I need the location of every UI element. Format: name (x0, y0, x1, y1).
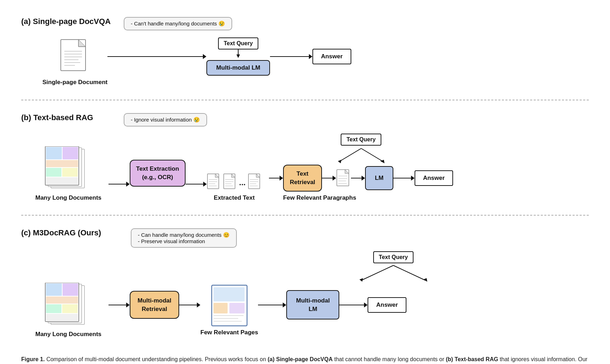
a-down-arrow (236, 49, 241, 58)
svg-rect-15 (46, 147, 62, 159)
a-text-query: Text Query (218, 37, 258, 49)
a-arrow1 (107, 54, 206, 59)
svg-line-51 (393, 265, 425, 280)
section-a: (a) Single-page DocVQA - Can't handle ma… (21, 11, 589, 93)
single-page-label: Single-page Document (42, 79, 107, 86)
b-arrow6 (393, 176, 415, 181)
a-arrow2 (270, 54, 312, 59)
b-arrow5 (351, 176, 365, 181)
section-a-label: (a) Single-page DocVQA (21, 14, 113, 26)
b-extractor-label: Text Extraction(e.g., OCR) (136, 165, 179, 181)
b-retrieval-group: Text Query (269, 134, 453, 201)
c-query-above: Text Query (198, 251, 589, 283)
svg-rect-64 (213, 303, 228, 313)
c-retrieval: Multi-modalRetrieval (130, 291, 179, 319)
b-stack-svg (44, 146, 93, 192)
b-arrow4 (322, 176, 336, 181)
section-c-label: (c) M3DocRAG (Ours) (21, 225, 120, 237)
b-doc-label: Many Long Documents (35, 194, 101, 201)
svg-marker-11 (236, 54, 240, 58)
section-c: (c) M3DocRAG (Ours) - Can handle many/lo… (21, 222, 589, 345)
b-text-query: Text Query (341, 134, 381, 146)
figure-caption: Figure 1. Comparison of multi-modal docu… (21, 355, 589, 364)
c-stack-svg (44, 283, 93, 329)
c-arrow4 (339, 303, 368, 307)
a-multimodal-lm: Multi-modal LM (206, 60, 270, 76)
b-answer: Answer (415, 170, 453, 186)
svg-rect-16 (63, 147, 78, 159)
divider-ab (21, 100, 589, 100)
section-b: (b) Text-based RAG - Ignore visual infor… (21, 107, 589, 209)
divider-bc (21, 215, 589, 216)
svg-marker-40 (338, 160, 341, 163)
c-doc-label: Many Long Documents (35, 331, 101, 338)
section-c-callout-line1: - Can handle many/long documents 😊 (138, 232, 230, 238)
c-retrieval-label: Multi-modalRetrieval (137, 297, 171, 312)
a-model-group: Text Query Multi-modal LM (206, 37, 270, 76)
svg-rect-68 (229, 303, 245, 313)
b-relevant-label: Few Relevant Paragraphs (283, 194, 356, 201)
b-retrieval-row: TextRetrieval (269, 165, 453, 192)
b-arrow1 (108, 182, 130, 187)
c-doc-stack: Many Long Documents (35, 283, 101, 338)
section-c-callout-line2: - Preserve visual information (138, 238, 230, 244)
c-query-group: Text Query (344, 251, 443, 283)
svg-line-49 (362, 265, 393, 280)
c-arrow1 (108, 303, 130, 307)
c-arrow-area (108, 303, 130, 307)
a-answer: Answer (312, 49, 351, 64)
section-b-callout: - Ignore visual information 😢 (124, 113, 207, 127)
b-doc1 (207, 173, 221, 191)
single-page-doc: Single-page Document (42, 38, 107, 86)
b-retrieval-label: TextRetrieval (290, 170, 315, 186)
caption-text: Figure 1. Comparison of multi-modal docu… (21, 356, 587, 364)
svg-rect-58 (46, 297, 78, 304)
svg-rect-60 (62, 304, 78, 313)
c-arrow2 (179, 303, 200, 307)
b-retrieval-box: TextRetrieval (283, 165, 322, 192)
c-text-query: Text Query (373, 251, 413, 263)
doc-svg (59, 38, 91, 77)
b-arrow2 (186, 182, 207, 187)
svg-line-39 (340, 148, 361, 161)
b-lm-box: LM (365, 166, 393, 190)
b-branch-arrows (329, 146, 393, 163)
c-relevant-page-svg (210, 284, 249, 327)
b-doc-stack: Many Long Documents (35, 146, 101, 201)
svg-marker-50 (359, 278, 363, 282)
b-doc2 (223, 173, 237, 191)
svg-rect-63 (213, 287, 245, 301)
b-ellipsis: ... (239, 178, 246, 191)
svg-rect-20 (46, 177, 78, 184)
c-relevant-label: Few Relevant Pages (200, 329, 258, 336)
c-lm-label: Multi-modalLM (296, 297, 330, 312)
b-relevant-label-container: Few Relevant Paragraphs (269, 194, 453, 201)
svg-rect-59 (46, 304, 61, 313)
svg-rect-18 (46, 168, 61, 177)
svg-line-41 (361, 148, 382, 161)
a-query-group: Text Query (218, 37, 258, 58)
c-lm-group: Multi-modalLM (286, 290, 339, 320)
svg-rect-17 (46, 160, 78, 167)
svg-rect-57 (63, 283, 78, 296)
c-arrow3 (258, 303, 286, 307)
svg-rect-61 (46, 314, 78, 321)
b-extracted-label: Extracted Text (214, 194, 255, 201)
b-query-group: Text Query (329, 134, 393, 163)
c-answer: Answer (368, 297, 406, 313)
b-doc3 (248, 173, 262, 191)
section-a-callout: - Can't handle many/long documents 😢 (124, 17, 232, 30)
b-extracted-group: ... Extracted Text (207, 159, 262, 201)
c-pages-group: Few Relevant Pages (200, 284, 258, 336)
figure-container: (a) Single-page DocVQA - Can't handle ma… (21, 11, 589, 364)
svg-rect-19 (62, 168, 78, 177)
c-branch-arrows (344, 263, 443, 283)
section-c-callout: - Can handle many/long documents 😊 - Pre… (131, 228, 237, 248)
section-b-label: (b) Text-based RAG (21, 110, 113, 122)
b-extractor: Text Extraction(e.g., OCR) (130, 160, 186, 187)
svg-rect-56 (46, 283, 62, 296)
b-relevant-doc (336, 169, 351, 187)
b-arrow3 (269, 176, 283, 181)
